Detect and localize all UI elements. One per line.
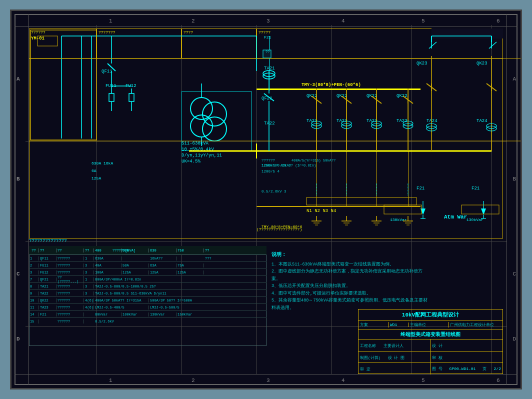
- row15-seq: 15: [29, 320, 39, 324]
- grid-h2: [26, 241, 506, 242]
- row3-500: 125A: [122, 270, 149, 274]
- th-seq: ??: [29, 248, 39, 252]
- field-number: 图 号 GP00-WD1-01 页 2/2: [430, 363, 502, 374]
- row9-spec: TA2J-0.5-800/0.5 S11-630kVA D/yn11: [94, 292, 204, 296]
- row7-qty: 1: [84, 278, 94, 282]
- row2-qty: 3: [84, 264, 94, 268]
- col-label-1b: 1: [109, 378, 112, 384]
- row14-630: 130kVar: [149, 312, 176, 316]
- note-4: 4、图中可选件部分,可据运行单位实际要求选取。: [272, 290, 432, 297]
- field-reviewed: 审 核: [430, 352, 502, 364]
- th-name: ??: [56, 248, 84, 252]
- f21-box-label: ??: [266, 50, 270, 54]
- table-header-row: ?? ?? ?? ?? 400 500 630 750 ??: [29, 246, 266, 255]
- title-block-header: 10kV配网工程典型设计: [358, 310, 502, 320]
- ta22-label: TA22: [264, 121, 275, 126]
- row9-seq: 9: [29, 292, 39, 296]
- qk22-label2: QK22: [336, 94, 348, 98]
- row2-630: 63A: [149, 264, 176, 268]
- row2-seq: 2: [29, 264, 39, 268]
- atm-war-text: Atm War: [444, 214, 467, 220]
- th-code: ??: [39, 248, 56, 252]
- row15-spec: 0.5/2.6kV: [94, 320, 204, 324]
- row14-seq: 14: [29, 312, 39, 316]
- row11-qty: 4(6): [84, 306, 94, 310]
- field-engineer-value: 主要设计人: [384, 344, 404, 348]
- row3-code: FU12: [39, 270, 56, 274]
- row2-500: 50A: [122, 264, 149, 268]
- col-label-5b: 5: [422, 378, 425, 384]
- field-designed: 设 计: [430, 340, 502, 352]
- busbar-label: TMY-3(80*8)+PEN-(60*6): [302, 82, 361, 88]
- row8-qty: 3: [84, 284, 94, 288]
- plan-value: WD1: [388, 322, 408, 327]
- drawing-no-label: 图 号: [432, 366, 442, 372]
- row-label-c: C: [16, 271, 20, 277]
- n1234-label: N1 N2 N3 N4: [306, 208, 336, 214]
- ta23-label4: TA23: [396, 118, 408, 124]
- row15-name: ??????: [56, 320, 84, 324]
- qf21-rating1: ??????: [262, 158, 275, 162]
- row14-750: 150kVar: [176, 312, 204, 316]
- row11-code: TA23: [39, 306, 56, 310]
- f21-top-label: F21: [264, 35, 271, 40]
- notes-title: 说明：: [272, 251, 432, 259]
- row14-name: ??????: [56, 312, 84, 316]
- qf11-label: QF11: [102, 69, 112, 74]
- row-label-b-right: B: [512, 176, 516, 182]
- qk22-rating: 400A/5(Yr=315) 50kA??: [292, 158, 336, 162]
- bus2-bottom-label: (?????????????????): [256, 227, 302, 232]
- row-label-a: A: [16, 76, 20, 82]
- tmy-label-bg: [432, 28, 503, 38]
- col-label-2: 2: [192, 18, 195, 24]
- fu11-rating: 6A: [92, 168, 96, 173]
- field-drawn-value: 设 计 图: [388, 356, 404, 360]
- th-qty: ??: [84, 248, 94, 252]
- notes-area: 说明： 1、本图以S11-630kVA终端型美式箱变一次结线装置图为例。 2、图…: [272, 251, 432, 312]
- row14-400: 80kVar: [94, 312, 122, 316]
- row1-name: ??????: [56, 256, 84, 260]
- table-row-1: 1 QF11 ?????? 1 630A 16kA?? ???: [29, 255, 266, 262]
- row7-seq: 7: [29, 278, 39, 282]
- busbar-secondary: [256, 206, 420, 207]
- section-a-header: ?????? YM-01: [29, 28, 96, 58]
- transformer-spec1: S11-630kVA: [182, 141, 208, 146]
- qk23-label2: QK23: [476, 61, 488, 66]
- title-subtitle-row: 终端型美式箱变装置结线图: [358, 330, 502, 340]
- row2-400: 40A: [94, 264, 122, 268]
- qk22-label4: QK22: [396, 94, 408, 98]
- busbar-vert3: [376, 88, 377, 206]
- row11-spec2: LM2J-0.5-500/5: [149, 306, 204, 310]
- ta24-label2: TA24: [476, 118, 488, 124]
- qf11-rating: 630A 16kA: [92, 161, 113, 166]
- right-margin: [506, 14, 518, 385]
- row8-seq: 8: [29, 284, 39, 288]
- qk22-label1: QK22: [306, 94, 318, 98]
- ta23-label2: TA23: [336, 118, 348, 124]
- row3-qty: 3: [84, 270, 94, 274]
- conn-vert-ta21: [269, 36, 270, 91]
- table-row-8: 8 TA21 ?????? 3 TA2J-0.5-800/0.5-1000/0.…: [29, 283, 266, 290]
- field-drawn: 制图(计算) 设 计 图: [358, 352, 430, 364]
- row-label-d-right: D: [512, 336, 516, 342]
- table-title: ??????????????: [29, 238, 67, 244]
- field-approved-label: 审 定: [360, 368, 370, 372]
- section-b-header: ???????: [96, 28, 182, 58]
- field-drawn-label: 制图(计算): [360, 356, 380, 360]
- main-designer-label: 主编单位: [408, 322, 448, 328]
- busbar-vert4: [408, 88, 408, 206]
- row7-spec: 800A/3P/400kA Ir=0.8In: [94, 278, 204, 282]
- row1-qty: 1: [84, 256, 94, 260]
- table-row-14: 14 F21 ?????? 80kVar 100kVar 130kVar 150…: [29, 311, 266, 318]
- row10-spec1: 400A/3P 50kA?? Ir=315A: [94, 298, 149, 302]
- section-c-header: ????: [182, 28, 256, 58]
- ta22-rating: 1200/5 4: [262, 170, 280, 174]
- kvar-label2: 130kVar: [466, 218, 484, 222]
- table-body: 1 QF11 ?????? 1 630A 16kA?? ??? 2 FU11 ?…: [29, 255, 266, 325]
- field-engineer-label: 工程名称: [360, 344, 376, 348]
- field-reviewed-label: 审 核: [432, 356, 442, 360]
- row10-seq: 10: [29, 298, 39, 302]
- busbar-vert1: [316, 88, 317, 206]
- section-d-label1: ?????: [258, 30, 270, 34]
- row14-500: 100kVar: [122, 312, 149, 316]
